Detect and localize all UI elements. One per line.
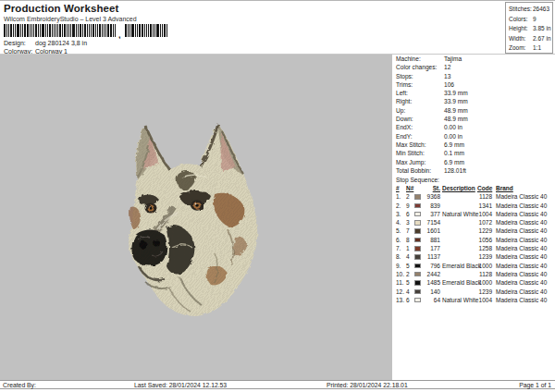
thread-color-swatch: [414, 220, 421, 226]
machine-info-row: Down: 48.9 mm: [396, 115, 554, 123]
stop-sequence-row: 13. 6 64 Natural White 1004 Madeira Clas…: [396, 296, 554, 304]
stop-sequence-row: 5. 7 1601 1229 Madeira Classic 40: [396, 227, 554, 235]
thread-color-swatch: [414, 254, 421, 260]
stop-sequence-row: 4. 3 7154 1072 Madeira Classic 40: [396, 218, 554, 227]
machine-info-row: Max Jump: 6.9 mm: [396, 158, 554, 166]
production-worksheet-page: Production Worksheet Wilcom EmbroiderySt…: [0, 0, 555, 392]
thread-color-swatch: [414, 238, 421, 243]
stop-sequence-header: # N# St. Description Code Brand: [396, 184, 554, 192]
machine-info-row: Left: 33.9 mm: [396, 89, 554, 97]
design-barcode-icon: ,: [4, 24, 172, 39]
stop-sequence-row: 7. 1 177 1258 Madeira Classic 40: [396, 244, 554, 252]
machine-info-row: EndY: 0.00 in: [396, 132, 554, 141]
design-canvas: [0, 55, 392, 380]
stop-sequence-table: 1. 2 9368 1128 Madeira Classic 40 2. 9 8…: [396, 192, 554, 304]
col-header-index: #: [396, 184, 400, 192]
machine-info-row: Max Stitch: 6.9 mm: [396, 141, 554, 149]
summary-row: Height: 3.85 in: [509, 24, 552, 34]
machine-info-row: Stops: 13: [396, 72, 554, 80]
footer: Created By: Last Saved: 28/01/2024 12.12…: [0, 380, 555, 389]
app-subtitle: Wilcom EmbroideryStudio – Level 3 Advanc…: [4, 16, 137, 22]
design-value: dog 280124 3,8 in: [35, 40, 87, 46]
machine-info-row: Min Stitch: 0.1 mm: [396, 149, 554, 157]
stop-sequence-row: 2. 9 839 1341 Madeira Classic 40: [396, 202, 554, 210]
col-header-needle: N#: [406, 184, 413, 192]
stop-sequence-row: 12. 4 140 1239 Madeira Classic 40: [396, 288, 554, 296]
design-summary-box: Stitches: 26463 Colors: 9 Height: 3.85 i…: [505, 2, 553, 54]
svg-text:,: ,: [118, 31, 121, 40]
page-title: Production Worksheet: [4, 3, 118, 14]
machine-info-row: Trims: 106: [396, 80, 554, 89]
machine-info-row: Up: 48.9 mm: [396, 106, 554, 115]
embroidery-design-german-shepherd: [126, 118, 278, 324]
thread-color-swatch: [414, 194, 421, 200]
production-details-panel: Machine: Tajima Color changes: 12 Stops:…: [396, 55, 554, 304]
thread-color-swatch: [414, 228, 421, 234]
stop-sequence-row: 3. 6 377 Natural White 1004 Madeira Clas…: [396, 210, 554, 218]
machine-info-row: Color changes: 12: [396, 63, 554, 71]
machine-info-row: Total Bobbin: 128.01ft: [396, 166, 554, 175]
stop-sequence-title: Stop Sequence:: [396, 176, 554, 184]
col-header-stitches: St.: [422, 184, 440, 192]
col-header-code: Code: [477, 184, 492, 192]
summary-row: Stitches: 26463: [509, 5, 552, 15]
stop-sequence-row: 8. 4 1137 1239 Madeira Classic 40: [396, 252, 554, 261]
last-saved-text: Last Saved: 28/01/2024 12.12.53: [134, 381, 227, 389]
created-by-label: Created By:: [3, 381, 36, 389]
thread-color-swatch: [414, 212, 421, 217]
thread-color-swatch: [414, 246, 421, 251]
design-label: Design:: [4, 40, 35, 46]
machine-info-list: Machine: Tajima Color changes: 12 Stops:…: [396, 55, 554, 175]
thread-color-swatch: [414, 289, 421, 295]
stop-sequence-row: 11. 5 1485 Emerald Black 1000 Madeira Cl…: [396, 278, 554, 287]
stop-sequence-row: 10. 2 2442 1128 Madeira Classic 40: [396, 270, 554, 278]
machine-info-row: Machine: Tajima: [396, 55, 554, 63]
stop-sequence-row: 6. 8 881 1056 Madeira Classic 40: [396, 236, 554, 244]
thread-color-swatch: [414, 272, 421, 277]
thread-color-swatch: [414, 298, 421, 303]
machine-info-row: EndX: 0.00 in: [396, 123, 554, 131]
summary-row: Width: 2.67 in: [509, 34, 552, 44]
thread-color-swatch: [414, 263, 421, 269]
machine-info-row: Right: 33.9 mm: [396, 97, 554, 105]
stop-sequence-row: 1. 2 9368 1128 Madeira Classic 40: [396, 192, 554, 201]
page-number: Page 1 of 1: [519, 381, 551, 389]
stop-sequence-row: 9. 5 796 Emerald Black 1000 Madeira Clas…: [396, 262, 554, 270]
summary-row: Colors: 9: [509, 15, 552, 25]
printed-text: Printed: 28/01/2024 22.18.01: [327, 381, 408, 389]
design-row: Design:dog 280124 3,8 in: [4, 40, 87, 46]
thread-color-swatch: [414, 280, 421, 286]
col-header-brand: Brand: [496, 184, 513, 192]
col-header-description: Description: [442, 184, 475, 192]
summary-row: Zoom: 1:1: [509, 43, 552, 54]
thread-color-swatch: [414, 203, 421, 209]
